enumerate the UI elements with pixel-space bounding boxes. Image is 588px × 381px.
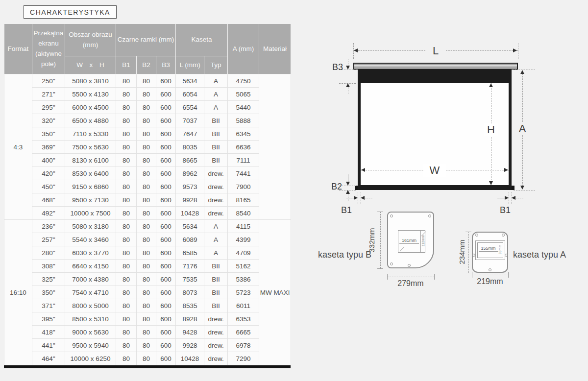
cell-l: 10428 — [176, 352, 204, 365]
cell-dimensions: 9500 x 7130 — [65, 193, 116, 207]
b1r-label: B1 — [500, 206, 511, 214]
cell-b3: 600 — [156, 88, 176, 101]
col-header-kaseta: Kaseta — [176, 24, 228, 56]
b3-label: B3 — [332, 63, 343, 71]
cell-b1: 80 — [116, 141, 137, 154]
cell-l: 6089 — [176, 233, 204, 246]
cell-b2: 80 — [137, 260, 156, 273]
kaseta-b-vdim — [380, 212, 381, 268]
cell-a: 5888 — [228, 114, 259, 127]
b3-arrow-down — [346, 66, 350, 70]
cell-typ: BII — [204, 286, 228, 299]
cell-b3: 600 — [156, 141, 176, 154]
cell-b3: 600 — [156, 260, 176, 273]
cell-b2: 80 — [137, 233, 156, 246]
table-row: 350''7110 x 533080806007647BII6345 — [4, 127, 291, 141]
cell-l: 8962 — [176, 167, 204, 180]
b1l-arrow-right — [354, 196, 358, 200]
cell-l: 8665 — [176, 154, 204, 167]
cell-b1: 80 — [116, 167, 137, 180]
table-row: 420''8530 x 640080806008962drew.7441 — [4, 167, 291, 180]
cell-dimensions: 8130 x 6100 — [65, 154, 116, 167]
kaseta-a-label: kaseta typu A — [513, 250, 572, 261]
cell-diagonal: 295'' — [32, 101, 65, 114]
cell-b1: 80 — [116, 180, 137, 193]
cell-typ: BII — [204, 127, 228, 141]
kaseta-a-hdim — [472, 275, 508, 275]
cell-b2: 80 — [137, 299, 156, 312]
b1l-label: B1 — [341, 206, 352, 214]
spec-table: Format Przekątna ekranu (aktywne pole) O… — [4, 24, 291, 365]
table-row: 450''9150 x 686080806009573drew.7900 — [4, 180, 291, 193]
cell-typ: drew. — [204, 326, 228, 339]
cell-a: 7111 — [228, 154, 259, 167]
col-header-b1: B1 — [116, 56, 137, 74]
cell-a: 4115 — [228, 220, 259, 233]
cell-dimensions: 5080 x 3810 — [65, 74, 116, 88]
cell-b1: 80 — [116, 246, 137, 260]
col-header-wxh: W x H — [65, 56, 116, 74]
cell-b1: 80 — [116, 74, 137, 88]
cell-b2: 80 — [137, 207, 156, 220]
cell-l: 9928 — [176, 193, 204, 207]
cell-typ: drew. — [204, 193, 228, 207]
cell-diagonal: 464'' — [32, 352, 65, 365]
cell-l: 10428 — [176, 207, 204, 220]
cell-b3: 600 — [156, 180, 176, 193]
cell-a: 7900 — [228, 180, 259, 193]
cell-typ: A — [204, 88, 228, 101]
cell-l: 8035 — [176, 141, 204, 154]
col-header-l: L (mm) — [176, 56, 204, 74]
b1r-ref-left — [509, 192, 509, 204]
kaseta-a-screw-tr — [502, 234, 505, 237]
cell-l: 7037 — [176, 114, 204, 127]
cell-b1: 80 — [116, 207, 137, 220]
cell-b3: 600 — [156, 273, 176, 286]
cell-diagonal: 350'' — [32, 286, 65, 299]
kaseta-a-height-label: 234mm — [458, 233, 466, 272]
cell-l: 5634 — [176, 220, 204, 233]
cell-l: 8928 — [176, 312, 204, 326]
cell-b2: 80 — [137, 326, 156, 339]
b1l-stem-left — [346, 198, 354, 198]
cell-a: 7441 — [228, 167, 259, 180]
l-ext-right — [518, 43, 518, 59]
kaseta-b-hdim — [387, 277, 434, 277]
kaseta-b-width-label: 279mm — [391, 279, 430, 288]
cell-b1: 80 — [116, 326, 137, 339]
cell-l: 8535 — [176, 299, 204, 312]
cell-dimensions: 9150 x 6860 — [65, 180, 116, 193]
cell-diagonal: 441'' — [32, 339, 65, 352]
cell-diagonal: 325'' — [32, 273, 65, 286]
cell-b1: 80 — [116, 101, 137, 114]
cell-b2: 80 — [137, 193, 156, 207]
cell-a: 6636 — [228, 141, 259, 154]
b2-arrow-up — [346, 190, 350, 194]
a-dim-label: A — [515, 122, 529, 135]
cell-b1: 80 — [116, 352, 137, 365]
cell-a: 5162 — [228, 260, 259, 273]
cell-b2: 80 — [137, 127, 156, 141]
b1r-stem-right — [516, 198, 523, 198]
cell-diagonal: 350'' — [32, 127, 65, 141]
cell-typ: BII — [204, 299, 228, 312]
b2-arrow-down — [346, 182, 350, 186]
cell-diagonal: 450'' — [32, 180, 65, 193]
cell-dimensions: 5500 x 4130 — [65, 88, 116, 101]
cell-b2: 80 — [137, 286, 156, 299]
screen-diagram: L W H A B3 B2 B1 B1 kaseta — [294, 0, 588, 381]
cell-typ: BII — [204, 114, 228, 127]
cell-l: 5634 — [176, 74, 204, 88]
cell-b2: 80 — [137, 141, 156, 154]
kaseta-b-screw-bc — [408, 264, 411, 267]
table-row: 280''6030 x 377080806006585A4709 — [4, 246, 291, 260]
cell-b1: 80 — [116, 233, 137, 246]
kaseta-a-vdim-tick-bottom — [466, 273, 471, 273]
cell-b3: 600 — [156, 207, 176, 220]
cell-diagonal: 468'' — [32, 193, 65, 207]
kaseta-a-screw-tl — [475, 234, 478, 237]
b1l-stem-right — [365, 198, 372, 198]
cell-a: 4399 — [228, 233, 259, 246]
kaseta-a-vdim — [468, 232, 469, 273]
cell-b3: 600 — [156, 114, 176, 127]
